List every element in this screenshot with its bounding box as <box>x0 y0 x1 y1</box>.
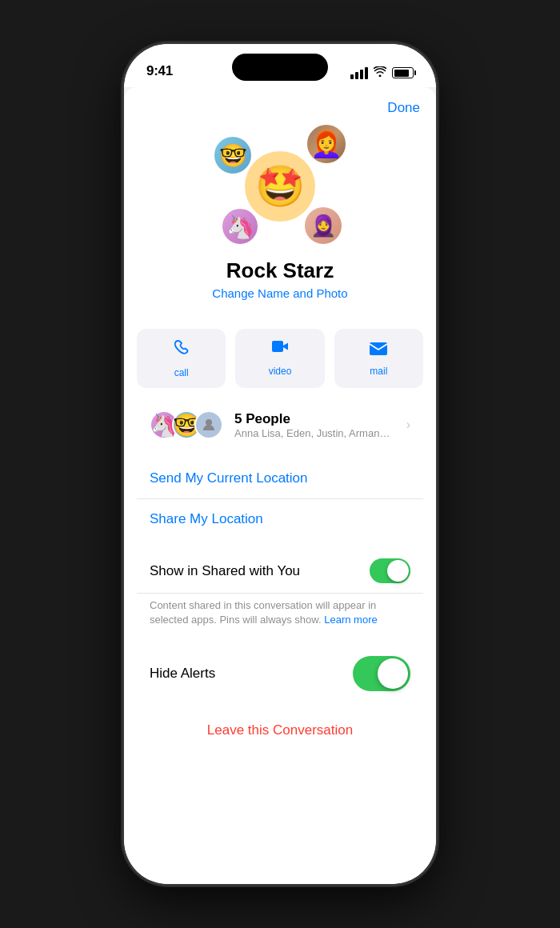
avatar-bottom-right: 🧕 <box>302 205 344 246</box>
shared-with-you-description: Content shared in this conversation will… <box>137 594 423 637</box>
phone-frame: 9:41 <box>0 0 560 928</box>
sheet-header: Done <box>124 87 436 122</box>
hide-alerts-label: Hide Alerts <box>150 666 215 682</box>
phone-screen: 9:41 <box>124 44 436 884</box>
signal-icon <box>350 67 368 79</box>
leave-conversation-row[interactable]: Leave this Conversation <box>137 710 423 750</box>
leave-card: Leave this Conversation <box>137 710 423 750</box>
video-button[interactable]: video <box>235 329 324 388</box>
group-avatars: 🤩 👩‍🦰 🧕 🤓 <box>212 122 348 250</box>
detail-sheet: Done 🤩 👩‍🦰 � <box>124 87 436 884</box>
video-icon <box>270 340 290 361</box>
avatar-center: 🤩 <box>245 151 315 222</box>
members-names: Anna Lisa, Eden, Justin, Arman… <box>234 427 398 439</box>
group-name: Rock Starz <box>226 258 334 283</box>
share-location-row[interactable]: Share My Location <box>137 499 423 539</box>
mail-button[interactable]: mail <box>334 329 423 388</box>
avatar-bottom-left: 🦄 <box>220 206 260 246</box>
members-count: 5 People <box>234 411 398 427</box>
call-button[interactable]: call <box>137 329 226 388</box>
group-section: 🤩 👩‍🦰 🧕 🤓 <box>124 122 436 316</box>
battery-icon <box>392 67 414 78</box>
members-row[interactable]: 🦄 🤓 5 People Anna Lisa, Eden, Justin, Ar… <box>137 401 423 449</box>
call-label: call <box>174 367 189 378</box>
done-button[interactable]: Done <box>387 100 420 116</box>
location-card: Send My Current Location Share My Locati… <box>137 458 423 539</box>
wifi-icon <box>374 66 386 79</box>
members-card: 🦄 🤓 5 People Anna Lisa, Eden, Justin, Ar… <box>137 401 423 449</box>
shared-with-you-row: Show in Shared with You <box>137 549 423 594</box>
status-time: 9:41 <box>146 63 173 79</box>
change-name-link[interactable]: Change Name and Photo <box>212 286 347 300</box>
dynamic-island <box>232 54 328 81</box>
members-avatars: 🦄 🤓 <box>150 410 223 439</box>
members-info: 5 People Anna Lisa, Eden, Justin, Arman… <box>234 411 398 439</box>
actions-row: call video <box>137 329 423 388</box>
mail-label: mail <box>370 366 387 377</box>
status-icons <box>350 66 414 79</box>
status-bar: 9:41 <box>124 44 436 87</box>
shared-with-you-label: Show in Shared with You <box>150 563 300 579</box>
mail-icon <box>369 340 388 361</box>
hide-alerts-card: Hide Alerts <box>137 646 423 701</box>
learn-more-link[interactable]: Learn more <box>324 614 377 626</box>
hide-alerts-toggle[interactable] <box>353 656 410 691</box>
shared-with-you-card: Show in Shared with You Content shared i… <box>137 549 423 637</box>
svg-point-1 <box>206 419 212 426</box>
phone-device: 9:41 <box>124 44 436 884</box>
member-avatar-3 <box>194 410 223 439</box>
shared-with-you-toggle[interactable] <box>370 558 410 583</box>
avatar-top-left: 🤓 <box>212 134 254 176</box>
phone-icon <box>173 340 190 362</box>
video-label: video <box>269 366 292 377</box>
hide-alerts-row: Hide Alerts <box>137 646 423 701</box>
avatar-top-right: 👩‍🦰 <box>305 122 348 166</box>
send-location-row[interactable]: Send My Current Location <box>137 458 423 499</box>
chevron-right-icon: › <box>406 418 410 432</box>
